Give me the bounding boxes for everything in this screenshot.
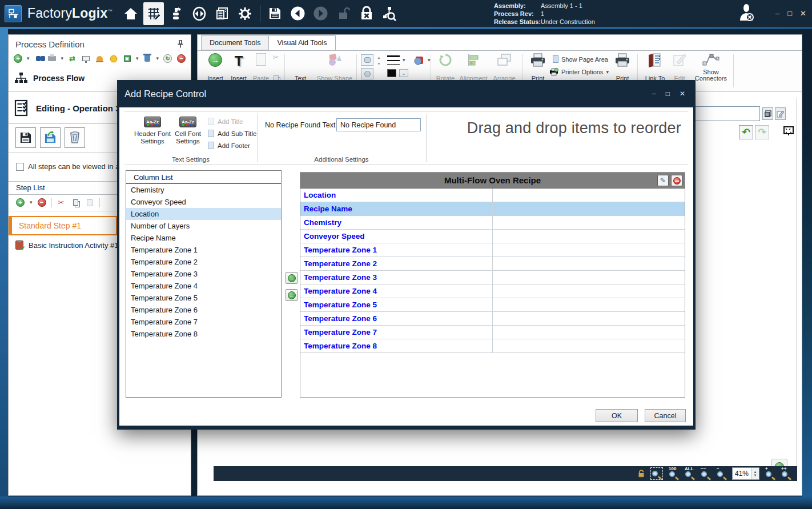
text-button[interactable]: Text <box>289 53 312 82</box>
options-sun-button[interactable] <box>108 54 118 63</box>
edit-table-button[interactable]: ✎ <box>657 175 669 186</box>
package-dropdown-icon[interactable]: ▾ <box>136 56 139 61</box>
print-button[interactable] <box>47 54 57 63</box>
remove-table-button[interactable] <box>671 175 682 186</box>
ellipse-tool[interactable] <box>361 68 373 79</box>
column-list-item[interactable]: Temperature Zone 5 <box>126 292 281 304</box>
documents-button[interactable] <box>212 2 232 25</box>
dialog-minimize-button[interactable]: – <box>652 90 656 98</box>
pause-button[interactable] <box>190 54 191 63</box>
zoom-out-fast-button[interactable]: −− <box>700 468 711 479</box>
recipe-table-row[interactable]: Temperature Zone 3 <box>300 271 685 284</box>
add-button[interactable]: + <box>13 54 23 63</box>
arrange-button[interactable]: Arrange <box>490 53 518 82</box>
column-list-item[interactable]: Temperature Zone 8 <box>126 328 281 340</box>
fill-effect-dropdown[interactable]: ▾ <box>413 54 431 66</box>
paste-button[interactable]: Paste <box>250 53 272 82</box>
window-close-button[interactable]: ✕ <box>800 9 806 18</box>
no-recipe-found-input[interactable]: No Recipe Found <box>336 118 421 131</box>
column-list-item[interactable]: Location <box>126 208 281 220</box>
print-button-1[interactable]: Print <box>526 53 549 82</box>
canvas-scrollbar[interactable] <box>796 98 797 479</box>
line-color-picker[interactable]: ⌄ <box>387 69 408 77</box>
zoom-out-button[interactable]: − <box>716 468 727 479</box>
window-minimize-button[interactable]: – <box>775 9 779 18</box>
zoom-selection-button[interactable] <box>650 467 663 480</box>
cut-step-icon[interactable]: ✂ <box>57 198 66 207</box>
shape-scroll-arrows[interactable]: ▲▼ <box>377 55 381 66</box>
document-pages-button[interactable] <box>762 107 773 120</box>
lock-release-button[interactable] <box>356 2 377 25</box>
column-list-item[interactable]: Temperature Zone 1 <box>126 244 281 256</box>
window-maximize-button[interactable]: □ <box>787 9 792 18</box>
recipe-table-row[interactable]: Recipe Name <box>300 202 685 216</box>
home-button[interactable] <box>120 2 141 25</box>
paste-step-button[interactable] <box>85 198 95 207</box>
zoom-level-spinner[interactable]: 41% ▲▼ <box>732 467 759 480</box>
steps-any-order-checkbox[interactable] <box>16 163 24 171</box>
add-sub-title-button[interactable]: Add Sub Title <box>208 130 256 137</box>
recipe-table-row[interactable]: Temperature Zone 8 <box>300 339 685 353</box>
recipe-table-row[interactable]: Conveyor Speed <box>300 230 685 243</box>
save-button[interactable] <box>265 2 286 25</box>
column-list-item[interactable]: Temperature Zone 2 <box>126 256 281 268</box>
remove-step-button[interactable]: − <box>37 198 47 207</box>
column-list-item[interactable]: Conveyor Speed <box>126 196 281 208</box>
document-edit-button[interactable] <box>775 107 786 120</box>
add-step-dropdown-icon[interactable]: ▾ <box>30 200 33 205</box>
presentation-button[interactable] <box>81 54 91 63</box>
column-list-item[interactable]: Temperature Zone 4 <box>126 280 281 292</box>
settings-button[interactable] <box>235 2 255 25</box>
package-button[interactable]: ▣ <box>122 54 132 63</box>
column-list-item[interactable]: Temperature Zone 3 <box>126 268 281 280</box>
forward-button[interactable] <box>311 2 331 25</box>
line-style-dropdown[interactable]: ▾ <box>387 55 405 65</box>
column-list-item[interactable]: Recipe Name <box>126 232 281 244</box>
cell-font-settings-button[interactable]: Aa-Zz Cell FontSettings <box>170 117 206 145</box>
add-dropdown-icon[interactable]: ▾ <box>27 56 30 61</box>
header-font-settings-button[interactable]: Aa-Zz Header FontSettings <box>132 117 172 145</box>
column-list-item[interactable]: Temperature Zone 7 <box>126 316 281 328</box>
redo-button[interactable]: ↷ <box>755 125 769 139</box>
cancel-button[interactable]: Cancel <box>645 409 686 422</box>
zoom-all-button[interactable]: ALL <box>684 468 695 479</box>
copy-step-button[interactable] <box>71 198 81 207</box>
alignment-button[interactable]: Alignment <box>457 53 489 82</box>
printer-options-dropdown[interactable]: Printer Options ▾ <box>549 68 609 76</box>
column-list-item[interactable]: Temperature Zone 6 <box>126 304 281 316</box>
recipe-table-row[interactable]: Chemistry <box>300 216 685 230</box>
recipe-table-row[interactable]: Temperature Zone 2 <box>300 257 685 271</box>
undo-button[interactable]: ↶ <box>739 125 753 139</box>
remove-button[interactable]: − <box>176 54 186 63</box>
recipe-table-row[interactable]: Temperature Zone 6 <box>300 312 685 326</box>
recipe-table-row[interactable]: Temperature Zone 1 <box>300 243 685 257</box>
add-title-button[interactable]: Add Title <box>208 118 256 125</box>
move-right-button[interactable]: → <box>286 272 298 284</box>
step-list-item-selected[interactable]: Standard Step #1 <box>9 216 117 235</box>
show-page-area-toggle[interactable]: Show Page Area <box>553 55 608 63</box>
delete-dropdown-icon[interactable]: ▾ <box>156 56 159 61</box>
tab-document-tools[interactable]: Document Tools <box>201 35 269 50</box>
add-footer-button[interactable]: Add Footer <box>208 142 256 149</box>
dialog-close-button[interactable]: ✕ <box>680 90 685 98</box>
materials-button[interactable] <box>166 2 187 25</box>
recipe-table-row[interactable]: Temperature Zone 7 <box>300 326 685 339</box>
add-step-button[interactable]: + <box>15 198 25 207</box>
show-connectors-button[interactable]: ShowConnectors <box>693 53 729 82</box>
swap-operations-icon[interactable]: ⇄ <box>67 54 77 63</box>
recipe-table-row[interactable]: Temperature Zone 5 <box>300 298 685 312</box>
print-dropdown-icon[interactable]: ▾ <box>61 56 64 61</box>
sync-button[interactable] <box>189 2 210 25</box>
print-button-2[interactable]: Print <box>611 53 634 82</box>
fit-to-screen-button[interactable] <box>783 126 794 135</box>
zoom-spinner-arrows[interactable]: ▲▼ <box>751 468 759 479</box>
zoom-in-button[interactable]: + <box>765 468 775 479</box>
dialog-maximize-button[interactable]: □ <box>666 90 670 98</box>
discard-step-button[interactable] <box>65 127 85 148</box>
back-button[interactable] <box>288 2 308 25</box>
lock-zoom-icon[interactable] <box>638 470 645 478</box>
zoom-in-fast-button[interactable]: ++ <box>781 468 791 479</box>
save-step-button[interactable] <box>15 127 36 148</box>
insert-text-button[interactable]: T Insert <box>227 53 250 82</box>
refresh-button[interactable]: ↻ <box>163 54 172 63</box>
